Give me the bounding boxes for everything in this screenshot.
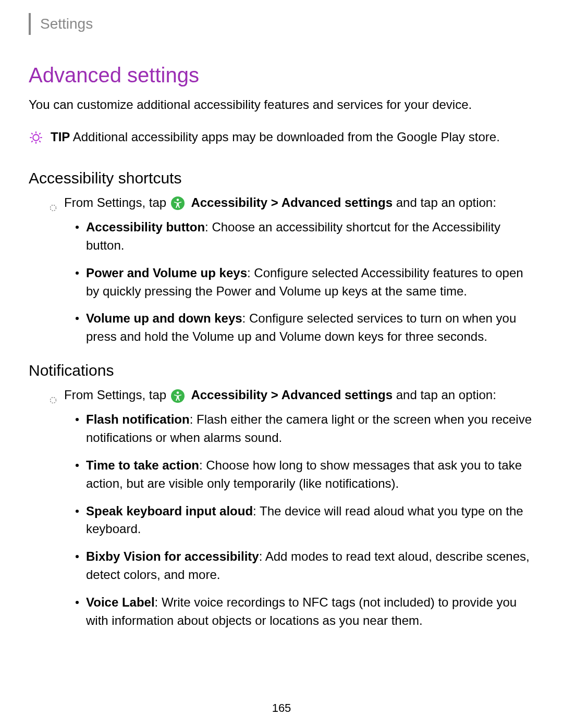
circle-bullet-icon — [50, 199, 57, 206]
bullet-list-shortcuts: Accessibility button: Choose an accessib… — [76, 218, 534, 346]
bullet-dot-icon — [76, 272, 79, 275]
header-breadcrumb: Settings — [29, 13, 534, 35]
list-item: Speak keyboard input aloud: The device w… — [76, 502, 534, 539]
svg-line-7 — [31, 141, 32, 142]
page-title: Advanced settings — [29, 64, 534, 87]
list-item: Time to take action: Choose how long to … — [76, 456, 534, 493]
list-item: Flash notification: Flash either the cam… — [76, 411, 534, 447]
lightbulb-icon — [29, 130, 43, 145]
bullet-list-notifications: Flash notification: Flash either the cam… — [76, 411, 534, 630]
bullet-dot-icon — [76, 418, 79, 421]
svg-point-9 — [51, 205, 56, 211]
bullet-dot-icon — [76, 317, 79, 320]
bullet-dot-icon — [76, 601, 79, 604]
list-item: Power and Volume up keys: Configure sele… — [76, 264, 534, 301]
svg-line-6 — [39, 141, 40, 142]
section-title-notifications: Notifications — [29, 362, 534, 379]
accessibility-icon — [171, 389, 185, 403]
bullet-dot-icon — [76, 464, 79, 467]
bullet-dot-icon — [76, 226, 79, 229]
svg-point-12 — [51, 398, 56, 403]
svg-line-5 — [31, 133, 32, 134]
list-item: Bixby Vision for accessibility: Add mode… — [76, 548, 534, 584]
svg-point-0 — [33, 134, 39, 141]
instruction-text: From Settings, tap Accessibility > Advan… — [64, 387, 496, 403]
list-item: Volume up and down keys: Configure selec… — [76, 310, 534, 346]
instruction-text: From Settings, tap Accessibility > Advan… — [64, 194, 496, 211]
list-item: Voice Label: Write voice recordings to N… — [76, 594, 534, 630]
section-title-shortcuts: Accessibility shortcuts — [29, 169, 534, 187]
bullet-dot-icon — [76, 510, 79, 513]
page-number: 165 — [0, 701, 563, 715]
svg-point-14 — [177, 391, 179, 393]
svg-point-11 — [177, 199, 179, 201]
bullet-dot-icon — [76, 555, 79, 558]
tip-text: TIP Additional accessibility apps may be… — [51, 129, 500, 145]
tip-callout: TIP Additional accessibility apps may be… — [29, 129, 534, 145]
list-item: Accessibility button: Choose an accessib… — [76, 218, 534, 255]
breadcrumb-text: Settings — [40, 16, 93, 32]
instruction-row: From Settings, tap Accessibility > Advan… — [50, 194, 534, 211]
circle-bullet-icon — [50, 391, 57, 399]
instruction-row: From Settings, tap Accessibility > Advan… — [50, 387, 534, 403]
intro-paragraph: You can customize additional accessibili… — [29, 96, 534, 113]
header-accent-bar — [29, 13, 31, 35]
tip-body: Additional accessibility apps may be dow… — [73, 130, 500, 144]
svg-line-8 — [39, 133, 40, 134]
tip-label: TIP — [51, 130, 70, 144]
accessibility-icon — [171, 196, 185, 210]
